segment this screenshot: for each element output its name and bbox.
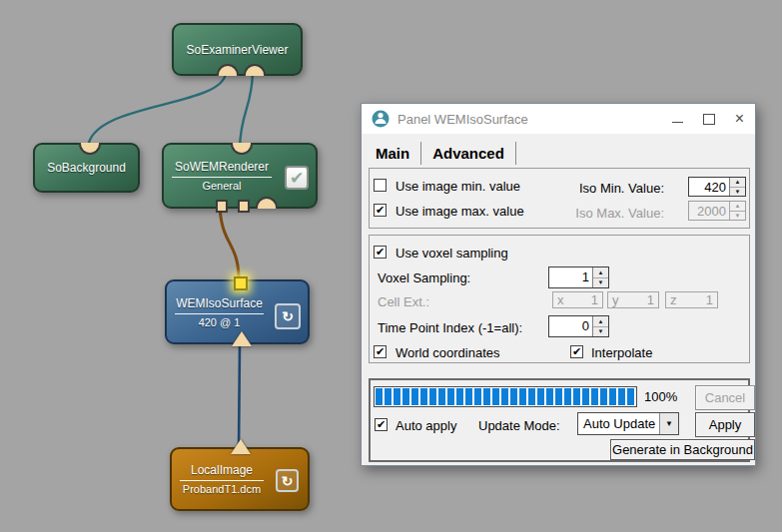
time-point-spinbox[interactable]: 0 ▲▼: [548, 315, 609, 337]
mevislab-workspace: { "graph": { "nodes": [ {"title": "SoExa…: [0, 0, 782, 532]
image-output-connector-icon[interactable]: [231, 439, 251, 454]
wem-input-connector-icon[interactable]: [216, 200, 228, 213]
minimize-icon: [672, 121, 683, 123]
spin-buttons[interactable]: ▲▼: [592, 316, 608, 336]
maximize-button[interactable]: [693, 104, 724, 134]
node-wemisosurface[interactable]: WEMIsoSurface 420 @ 1 ↻: [165, 279, 310, 344]
voxel-sampling-value: 1: [549, 267, 592, 287]
chevron-down-icon: ▼: [665, 419, 673, 428]
close-icon: ×: [735, 110, 744, 128]
spin-down-icon[interactable]: ▼: [593, 278, 608, 288]
refresh-icon: ↻: [282, 308, 294, 324]
tab-advanced[interactable]: Advanced: [432, 145, 504, 165]
auto-apply-label: Auto apply: [395, 418, 456, 433]
use-voxel-sampling-label: Use voxel sampling: [395, 246, 508, 261]
dropdown-button[interactable]: ▼: [659, 413, 678, 434]
cancel-button: Cancel: [695, 385, 755, 410]
node-refresh-button[interactable]: ↻: [275, 303, 301, 329]
axis-value: 1: [591, 292, 598, 307]
generate-in-background-button[interactable]: Generate in Background: [610, 439, 755, 460]
spin-down-icon: ▼: [730, 212, 745, 221]
wem-connection: [220, 207, 239, 276]
use-image-max-label: Use image max. value: [395, 204, 524, 219]
use-image-max-checkbox[interactable]: ✔: [374, 204, 387, 217]
titlebar[interactable]: Panel WEMIsoSurface ×: [362, 104, 755, 134]
interpolate-label: Interpolate: [591, 345, 652, 360]
cell-ext-z-field: z 1: [665, 291, 718, 308]
update-mode-dropdown[interactable]: Auto Update ▼: [577, 412, 679, 435]
node-title: WEMIsoSurface: [167, 296, 272, 310]
panel-wemisosurface-window: Panel WEMIsoSurface × Main Advanced Use …: [361, 103, 756, 466]
tab-separator: [515, 142, 516, 165]
axis-label: x: [557, 292, 564, 307]
world-coordinates-checkbox[interactable]: ✔: [374, 345, 387, 358]
world-coordinates-label: World coordinates: [395, 345, 500, 360]
node-soexaminerviewer[interactable]: SoExaminerViewer: [172, 23, 303, 76]
cell-ext-y-field: y 1: [607, 291, 659, 308]
auto-apply-checkbox[interactable]: ✔: [375, 418, 388, 431]
node-enable-checkbox[interactable]: ✔: [285, 166, 309, 190]
check-icon: ✔: [376, 247, 385, 258]
cancel-button-label: Cancel: [705, 390, 745, 405]
image-connection: [239, 343, 240, 451]
axis-value: 1: [647, 292, 654, 307]
progress-percent: 100%: [644, 389, 677, 404]
node-title: SoBackground: [35, 161, 138, 175]
spin-up-icon[interactable]: ▲: [730, 178, 745, 188]
use-image-min-checkbox[interactable]: [374, 179, 387, 192]
use-voxel-sampling-checkbox[interactable]: ✔: [374, 246, 387, 259]
iso-min-value: 420: [689, 178, 729, 196]
axis-value: 1: [706, 292, 713, 307]
voxel-sampling-spinbox[interactable]: 1 ▲▼: [548, 266, 609, 288]
apply-group: 100% Cancel ✔ Auto apply Update Mode: Au…: [369, 378, 750, 462]
tab-bar: Main Advanced: [376, 142, 516, 165]
close-button[interactable]: ×: [724, 104, 755, 134]
wem-output-connector-highlighted-icon[interactable]: [234, 276, 248, 290]
progress-bar: [374, 386, 637, 407]
node-refresh-button[interactable]: ↻: [276, 469, 299, 492]
iso-min-label: Iso Min. Value:: [519, 181, 664, 196]
iso-min-spinbox[interactable]: 420 ▲▼: [688, 177, 746, 197]
check-icon: ✔: [290, 168, 304, 189]
node-sobackground[interactable]: SoBackground: [33, 143, 140, 193]
iso-max-spinbox: 2000 ▲▼: [688, 201, 746, 221]
iso-max-label: Iso Max. Value:: [519, 206, 664, 221]
app-icon: [372, 110, 390, 128]
node-title-separator: [180, 480, 264, 481]
node-localimage[interactable]: LocalImage ProbandT1.dcm ↻: [170, 447, 310, 511]
generate-button-label: Generate in Background: [612, 442, 753, 457]
check-icon: ✔: [376, 346, 385, 357]
spin-up-icon: ▲: [730, 202, 745, 212]
spin-buttons: ▲▼: [729, 202, 745, 220]
axis-label: y: [612, 292, 619, 307]
check-icon: ✔: [572, 346, 581, 357]
spin-up-icon[interactable]: ▲: [593, 267, 608, 278]
wem-input-connector-icon[interactable]: [238, 200, 250, 213]
interpolate-checkbox[interactable]: ✔: [570, 345, 583, 358]
iso-max-value: 2000: [689, 202, 729, 220]
spin-buttons[interactable]: ▲▼: [592, 267, 608, 287]
minimize-button[interactable]: [662, 104, 693, 134]
spin-up-icon[interactable]: ▲: [593, 316, 608, 327]
tab-main[interactable]: Main: [376, 145, 409, 165]
update-mode-value: Auto Update: [578, 413, 659, 434]
node-sowemrenderer[interactable]: SoWEMRenderer General ✔: [162, 143, 318, 209]
refresh-icon: ↻: [282, 473, 294, 489]
update-mode-label: Update Mode:: [478, 418, 560, 433]
tab-separator: [420, 142, 421, 165]
node-title: LocalImage: [172, 463, 272, 477]
spin-buttons[interactable]: ▲▼: [729, 178, 745, 196]
node-title-separator: [172, 177, 272, 178]
spin-down-icon[interactable]: ▼: [730, 188, 745, 197]
image-input-connector-icon[interactable]: [232, 331, 252, 346]
node-title-separator: [175, 313, 264, 314]
node-subtitle: General: [164, 180, 280, 192]
progress-fill: [376, 388, 635, 405]
apply-button[interactable]: Apply: [695, 412, 755, 437]
check-icon: ✔: [377, 419, 386, 430]
time-point-value: 0: [549, 316, 592, 336]
cell-ext-x-field: x 1: [552, 291, 603, 308]
scene-connection-background: [88, 73, 226, 148]
voxel-sampling-group: ✔ Use voxel sampling Voxel Sampling: 1 ▲…: [369, 235, 750, 363]
spin-down-icon[interactable]: ▼: [593, 327, 608, 337]
